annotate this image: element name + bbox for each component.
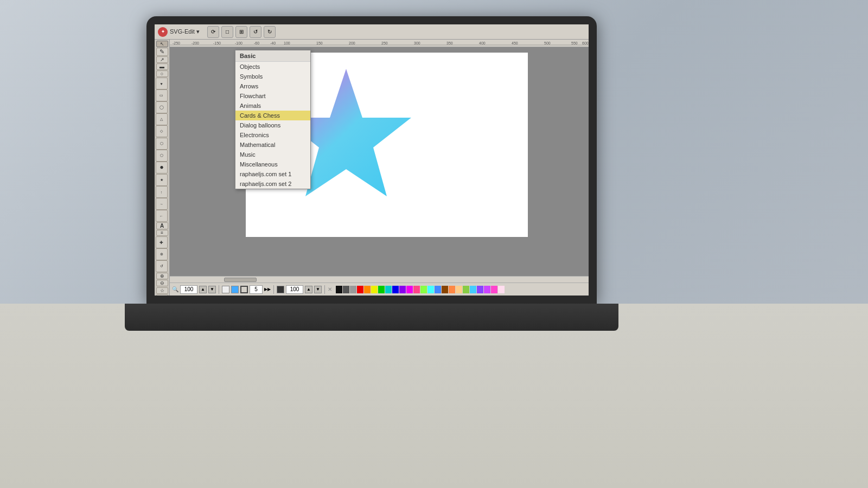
dropdown-item-raphael1[interactable]: raphaeljs.com set 1 <box>235 169 310 179</box>
scrollbar-thumb[interactable] <box>224 278 257 282</box>
swatch-white[interactable] <box>498 286 505 293</box>
swatch-yellow[interactable] <box>371 286 378 293</box>
ruler-top: -250 -200 -150 -100 -60 -40 100 150 200 <box>170 40 589 47</box>
scene: ✦ SVG-Edit ▾ ⟳ □ ⊞ ↺ ↻ ↖ ✎ <box>0 0 868 488</box>
tool-node[interactable]: ↗ <box>156 56 168 63</box>
opacity-box[interactable] <box>277 286 284 293</box>
swatch-lime[interactable] <box>420 286 427 293</box>
dropdown-item-mathematical[interactable]: Mathematical <box>235 140 310 150</box>
tool-rect2[interactable]: ▭ <box>156 89 168 101</box>
swatch-black[interactable] <box>336 286 342 293</box>
swatch-brown[interactable] <box>442 286 448 293</box>
swatch-gray[interactable] <box>350 286 356 293</box>
toolbar-btn-grid[interactable]: ⊞ <box>235 26 247 38</box>
tool-oct[interactable]: ⬣ <box>156 162 168 174</box>
dropdown-item-electronics[interactable]: Electronics <box>235 130 310 140</box>
tool-hex[interactable]: ⬡ <box>156 138 168 150</box>
canvas-area: -250 -200 -150 -100 -60 -40 100 150 200 <box>170 40 589 296</box>
tool-select[interactable]: ↖ <box>156 41 168 47</box>
tool-star-fav[interactable]: ☆ <box>156 287 168 294</box>
tool-pencil[interactable]: ✎ <box>156 48 168 56</box>
opacity-up-btn[interactable]: ▲ <box>305 286 312 293</box>
dropdown-item-flowchart[interactable]: Flowchart <box>235 91 310 101</box>
zoom-icon: 🔍 <box>172 286 178 292</box>
tool-zoom-in[interactable]: ⊕ <box>156 273 168 279</box>
tool-layers[interactable]: ≡ <box>156 230 168 236</box>
tool-diamond[interactable]: ◇ <box>156 125 168 137</box>
dropdown-item-animals[interactable]: Animals <box>235 101 310 111</box>
svg-text:-250: -250 <box>173 41 180 45</box>
svg-text:-40: -40 <box>270 41 276 45</box>
tool-heart[interactable]: ♥ <box>156 78 168 89</box>
svg-text:400: 400 <box>479 41 486 45</box>
dropdown-item-arrows[interactable]: Arrows <box>235 81 310 91</box>
shape-library-dropdown[interactable]: Basic Objects Symbols Arrows Flowchart A… <box>235 50 311 189</box>
swatch-dgray[interactable] <box>343 286 349 293</box>
swatch-pink[interactable] <box>413 286 420 293</box>
dropdown-item-music[interactable]: Music <box>235 150 310 159</box>
toolbar-btn-undo[interactable]: ↺ <box>250 26 261 38</box>
tool-zoom-out[interactable]: ⊖ <box>156 280 168 286</box>
tool-move[interactable]: ⊕ <box>156 248 168 260</box>
swatch-purple[interactable] <box>399 286 406 293</box>
tool-ellipse[interactable]: ○ <box>156 70 168 77</box>
stroke-arrow: ▶▶ <box>264 287 271 292</box>
swatch-peach[interactable] <box>456 286 462 293</box>
swatch-green[interactable] <box>378 286 385 293</box>
toolbar-btn-rotate[interactable]: ⟳ <box>207 26 219 38</box>
dropdown-item-objects[interactable]: Objects <box>235 62 310 72</box>
tool-arrow-right[interactable]: → <box>156 198 168 210</box>
swatch-violet[interactable] <box>484 286 490 293</box>
tool-text[interactable]: A <box>156 222 168 229</box>
zoom-input[interactable] <box>180 285 197 294</box>
dropdown-item-raphael2[interactable]: raphaeljs.com set 2 <box>235 179 310 189</box>
swatch-hotpink[interactable] <box>491 286 497 293</box>
opacity-down-btn[interactable]: ▼ <box>314 286 322 293</box>
tool-triangle[interactable]: △ <box>156 113 168 125</box>
dropdown-item-symbols[interactable]: Symbols <box>235 72 310 81</box>
drawing-area[interactable]: Basic Objects Symbols Arrows Flowchart A… <box>170 47 589 276</box>
fill-color[interactable] <box>222 286 229 293</box>
app-title: SVG-Edit ▾ <box>170 28 200 35</box>
toolbar-btn-square[interactable]: □ <box>221 26 233 38</box>
opacity-input[interactable] <box>286 285 303 294</box>
laptop-screen: ✦ SVG-Edit ▾ ⟳ □ ⊞ ↺ ↻ ↖ ✎ <box>155 24 589 296</box>
dropdown-item-cards[interactable]: Cards & Chess <box>235 111 310 120</box>
dropdown-item-miscellaneous[interactable]: Miscellaneous <box>235 159 310 169</box>
laptop: ✦ SVG-Edit ▾ ⟳ □ ⊞ ↺ ↻ ↖ ✎ <box>146 16 597 331</box>
swatch-indigo[interactable] <box>477 286 483 293</box>
svg-text:300: 300 <box>414 41 420 45</box>
tool-rot[interactable]: ↺ <box>156 260 168 272</box>
swatch-sky[interactable] <box>470 286 476 293</box>
svg-text:-60: -60 <box>254 41 259 45</box>
stroke-width-input[interactable] <box>250 285 263 294</box>
zoom-down-btn[interactable]: ▼ <box>208 286 216 293</box>
toolbar-btn-redo[interactable]: ↻ <box>264 26 276 38</box>
swatch-magenta[interactable] <box>406 286 413 293</box>
swatch-ltblue[interactable] <box>435 286 441 293</box>
swatch-red[interactable] <box>357 286 363 293</box>
swatch-orange[interactable] <box>364 286 371 293</box>
svg-text:-100: -100 <box>235 41 242 45</box>
tool-rectangle[interactable]: ▬ <box>156 63 168 70</box>
stroke-box[interactable] <box>240 286 248 293</box>
tool-plus[interactable]: ✚ <box>156 236 168 248</box>
svg-text:600: 600 <box>582 41 589 45</box>
stroke-color[interactable] <box>231 286 239 293</box>
tool-arrow-up[interactable]: ↑ <box>156 186 168 198</box>
scrollbar-horizontal[interactable] <box>170 276 589 282</box>
swatch-cyan[interactable] <box>385 286 392 293</box>
tool-arrow-left[interactable]: ← <box>156 210 168 222</box>
color-palette <box>336 286 505 293</box>
zoom-up-btn[interactable]: ▲ <box>199 286 207 293</box>
tool-circle3[interactable]: ◎ <box>156 294 168 296</box>
svg-text:200: 200 <box>349 41 355 45</box>
swatch-blue[interactable] <box>392 286 399 293</box>
swatch-olive[interactable] <box>463 286 469 293</box>
swatch-ltcyan[interactable] <box>427 286 434 293</box>
tool-penta[interactable]: ⬠ <box>156 150 168 162</box>
swatch-salmon[interactable] <box>449 286 455 293</box>
tool-circle2[interactable]: ◯ <box>156 101 168 113</box>
tool-star[interactable]: ★ <box>156 174 168 186</box>
dropdown-item-dialog[interactable]: Dialog balloons <box>235 120 310 130</box>
